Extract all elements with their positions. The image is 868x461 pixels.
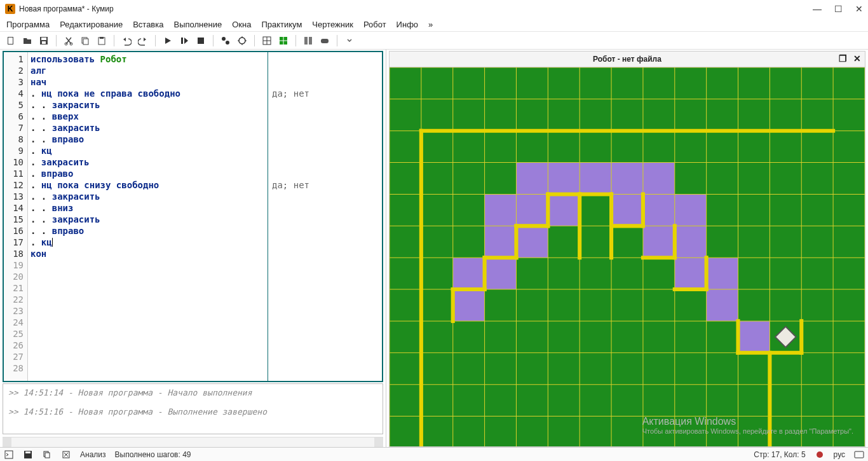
svg-rect-42	[675, 258, 707, 289]
sb-record-icon[interactable]	[815, 450, 825, 460]
svg-rect-32	[548, 194, 580, 226]
output-console[interactable]: >> 14:51:14 - Новая программа - Начало в…	[3, 383, 383, 434]
sb-console-icon[interactable]	[4, 450, 14, 460]
window-title: Новая программа* - Кумир	[19, 4, 114, 13]
run-icon[interactable]	[161, 34, 175, 48]
svg-rect-3	[41, 38, 46, 40]
menu-bar: ПрограммаРедактированиеВставкаВыполнение…	[0, 18, 868, 32]
maximize-button[interactable]: ☐	[834, 4, 843, 14]
svg-rect-104	[25, 451, 31, 453]
svg-rect-25	[516, 163, 548, 195]
panels-icon[interactable]	[301, 34, 315, 48]
svg-rect-44	[453, 289, 485, 321]
svg-point-15	[239, 38, 245, 44]
sb-clear-icon[interactable]	[61, 450, 71, 460]
paste-icon[interactable]	[95, 34, 109, 48]
cut-icon[interactable]	[62, 34, 76, 48]
svg-point-13	[222, 37, 226, 41]
step-icon[interactable]	[177, 34, 191, 48]
breakpoint-icon[interactable]	[219, 34, 233, 48]
redo-icon[interactable]	[136, 34, 150, 48]
svg-rect-46	[738, 321, 770, 353]
app-logo: K	[5, 4, 15, 14]
sb-cursor-pos: Стр: 17, Кол: 5	[754, 450, 805, 459]
menu-item[interactable]: Чертежник	[312, 20, 353, 29]
menu-item[interactable]: Практикум	[261, 20, 302, 29]
svg-marker-101	[775, 327, 796, 348]
sb-save-icon[interactable]	[23, 450, 33, 460]
sb-copy-icon[interactable]	[42, 450, 52, 460]
menu-item[interactable]: Робот	[363, 20, 386, 29]
svg-rect-10	[100, 37, 104, 39]
stop-icon[interactable]	[194, 34, 208, 48]
svg-point-14	[226, 41, 229, 45]
svg-rect-12	[198, 38, 204, 44]
close-button[interactable]: ✕	[855, 4, 863, 14]
svg-rect-1	[8, 38, 13, 44]
toolbar-overflow-icon[interactable]	[342, 34, 356, 48]
menu-item[interactable]: Вставка	[133, 20, 163, 29]
menu-item[interactable]: »	[428, 20, 433, 29]
gamepad-icon[interactable]	[318, 34, 332, 48]
copy-icon[interactable]	[78, 34, 92, 48]
sb-lang[interactable]: рус	[834, 450, 845, 459]
undo-icon[interactable]	[119, 34, 133, 48]
editor-pane: 1234567891011121314151617181920212223242…	[0, 50, 386, 447]
robot-close-icon[interactable]: ✕	[853, 53, 861, 64]
svg-point-108	[817, 451, 823, 458]
svg-rect-41	[485, 258, 517, 289]
svg-rect-37	[516, 226, 548, 258]
svg-rect-8	[83, 39, 88, 45]
svg-rect-102	[5, 451, 13, 458]
sb-analysis[interactable]: Анализ	[80, 450, 106, 459]
svg-rect-38	[643, 226, 675, 258]
horizontal-scrollbar[interactable]	[3, 437, 383, 447]
svg-rect-4	[42, 41, 46, 44]
svg-rect-27	[580, 163, 611, 195]
code-area[interactable]: использовать Роботалгнач. нц пока не спр…	[28, 52, 268, 381]
title-bar: K Новая программа* - Кумир — ☐ ✕	[0, 0, 868, 18]
minimize-button[interactable]: —	[813, 4, 822, 14]
open-file-icon[interactable]	[20, 34, 34, 48]
svg-rect-33	[611, 194, 643, 226]
svg-rect-36	[485, 226, 517, 258]
main-area: 1234567891011121314151617181920212223242…	[0, 50, 868, 447]
svg-rect-23	[309, 37, 312, 45]
toolbar	[0, 32, 868, 50]
svg-rect-31	[516, 194, 548, 226]
menu-item[interactable]: Выполнение	[173, 20, 222, 29]
robot-panel-title: Робот - нет файла	[593, 55, 661, 64]
svg-rect-29	[643, 163, 675, 195]
svg-rect-28	[611, 163, 643, 195]
grid2-icon[interactable]	[276, 34, 290, 48]
svg-rect-45	[707, 289, 738, 321]
line-gutter: 1234567891011121314151617181920212223242…	[4, 52, 28, 381]
menu-item[interactable]: Редактирование	[60, 20, 123, 29]
menu-item[interactable]: Окна	[232, 20, 251, 29]
new-file-icon[interactable]	[4, 34, 18, 48]
svg-rect-11	[181, 38, 183, 44]
svg-rect-39	[675, 226, 707, 258]
status-bar: Анализ Выполнено шагов: 49 Стр: 17, Кол:…	[0, 447, 868, 461]
robot-maximize-icon[interactable]: ❐	[839, 53, 847, 64]
svg-rect-106	[45, 453, 50, 458]
menu-item[interactable]: Инфо	[397, 20, 418, 29]
debug-icon[interactable]	[235, 34, 249, 48]
code-editor[interactable]: 1234567891011121314151617181920212223242…	[3, 51, 383, 382]
svg-rect-22	[304, 37, 308, 45]
save-file-icon[interactable]	[37, 34, 51, 48]
svg-rect-26	[548, 163, 580, 195]
menu-item[interactable]: Программа	[6, 20, 50, 29]
sb-keyboard-icon[interactable]	[854, 450, 864, 460]
svg-rect-30	[485, 194, 517, 226]
robot-panel-header: Робот - нет файла ❐ ✕	[389, 51, 865, 67]
grid1-icon[interactable]	[260, 34, 274, 48]
robot-grid	[390, 67, 865, 447]
svg-rect-109	[855, 451, 864, 458]
svg-rect-24	[321, 39, 329, 43]
sb-steps: Выполнено шагов: 49	[115, 450, 191, 459]
svg-rect-43	[707, 258, 738, 289]
robot-field[interactable]: Активация Windows Чтобы активировать Win…	[389, 67, 865, 447]
robot-pane: Робот - нет файла ❐ ✕ Активация Windows …	[386, 50, 868, 447]
svg-rect-40	[453, 258, 485, 289]
